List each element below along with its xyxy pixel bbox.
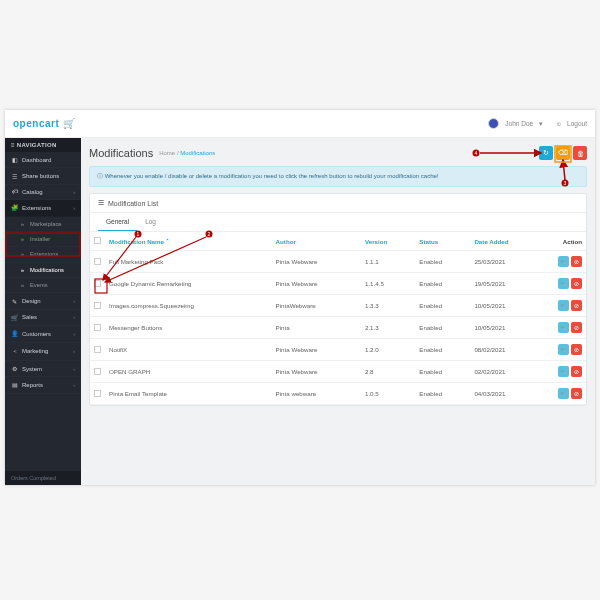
row-checkbox[interactable] [94, 280, 101, 287]
cell-status: Enabled [415, 295, 470, 317]
sidebar-item-extensions[interactable]: »Extensions [5, 247, 81, 262]
disable-button[interactable]: ⊘ [571, 366, 582, 377]
chevron-right-icon: › [73, 382, 75, 388]
nav-label: Modifications [30, 267, 64, 273]
col-version[interactable]: Version [361, 232, 415, 251]
row-checkbox[interactable] [94, 368, 101, 375]
cell-name: Pinta Email Template [105, 383, 272, 405]
sidebar-item-marketplace[interactable]: »Marketplace [5, 217, 81, 232]
cell-author: Pinta [272, 317, 361, 339]
sidebar-item-events[interactable]: »Events [5, 278, 81, 293]
chevron-right-icon: › [73, 189, 75, 195]
nav-label: Marketplace [30, 221, 62, 227]
cell-date: 10/05/2021 [470, 295, 546, 317]
cell-author: PintaWebware [272, 295, 361, 317]
nav-label: Customers [22, 331, 51, 337]
edit-button[interactable]: 🔧 [558, 300, 569, 311]
disable-button[interactable]: ⊘ [571, 344, 582, 355]
logout-link[interactable]: Logout [567, 120, 587, 127]
cell-name: Full Marketing Pack [105, 251, 272, 273]
cell-status: Enabled [415, 251, 470, 273]
edit-button[interactable]: 🔧 [558, 256, 569, 267]
nav-label: Events [30, 282, 48, 288]
nav-label: Catalog [22, 189, 43, 195]
nav-icon: ◧ [11, 156, 18, 163]
delete-button[interactable]: 🗑 [573, 146, 587, 160]
logo: opencart 🛒 [13, 118, 75, 129]
col-action: Action [546, 232, 586, 251]
disable-button[interactable]: ⊘ [571, 300, 582, 311]
cell-version: 2.8 [361, 361, 415, 383]
edit-button[interactable]: 🔧 [558, 366, 569, 377]
cell-name: OPEN GRAPH [105, 361, 272, 383]
sidebar-item-reports[interactable]: ▤Reports› [5, 377, 81, 393]
table-row: Google Dynamic RemarketingPinta Webware1… [90, 273, 586, 295]
col-check-all[interactable] [90, 232, 105, 251]
nav-label: Reports [22, 382, 43, 388]
bullet-icon: » [19, 221, 26, 227]
sidebar-item-modifications[interactable]: »Modifications [5, 263, 81, 278]
cell-date: 19/05/2021 [470, 273, 546, 295]
col-name[interactable]: Modification Name ˄ [105, 232, 272, 251]
sidebar-item-customers[interactable]: 👤Customers› [5, 326, 81, 342]
edit-button[interactable]: 🔧 [558, 278, 569, 289]
nav-icon: 🛒 [11, 314, 18, 321]
refresh-button[interactable]: ↻ [539, 146, 553, 160]
cell-author: Pinta Webware [272, 339, 361, 361]
tab-log[interactable]: Log [137, 213, 164, 231]
table-row: Messenger ButtonsPinta2.1.3Enabled10/05/… [90, 317, 586, 339]
disable-button[interactable]: ⊘ [571, 278, 582, 289]
col-status[interactable]: Status [415, 232, 470, 251]
row-checkbox[interactable] [94, 324, 101, 331]
panel-heading: ☰ Modification List [90, 194, 586, 213]
disable-button[interactable]: ⊘ [571, 322, 582, 333]
disable-button[interactable]: ⊘ [571, 256, 582, 267]
chevron-right-icon: › [73, 348, 75, 354]
sidebar-item-sales[interactable]: 🛒Sales› [5, 310, 81, 326]
chevron-right-icon: › [73, 205, 75, 211]
clear-button[interactable]: ⌫ [556, 146, 570, 160]
nav-heading: ≡ NAVIGATION [5, 138, 81, 152]
top-header: opencart 🛒 John Doe ▾ ⎋ Logout [5, 110, 595, 138]
nav-icon: ✎ [11, 298, 18, 305]
sidebar-item-system[interactable]: ⚙System› [5, 361, 81, 377]
edit-button[interactable]: 🔧 [558, 344, 569, 355]
cell-version: 1.0.5 [361, 383, 415, 405]
nav-label: Sales [22, 314, 37, 320]
nav-icon: 🧩 [11, 204, 18, 211]
cell-version: 1.1.4.5 [361, 273, 415, 295]
sidebar-item-catalog[interactable]: 🏷Catalog› [5, 185, 81, 200]
chevron-right-icon: › [73, 331, 75, 337]
nav-label: Extensions [30, 251, 58, 257]
tab-general[interactable]: General [98, 213, 137, 231]
col-date[interactable]: Date Added [470, 232, 546, 251]
sidebar-item-dashboard[interactable]: ◧Dashboard [5, 152, 81, 168]
row-checkbox[interactable] [94, 302, 101, 309]
edit-button[interactable]: 🔧 [558, 322, 569, 333]
cell-status: Enabled [415, 361, 470, 383]
sidebar-item-share-buttons[interactable]: ☰Share buttons [5, 168, 81, 184]
cell-author: Pinta webware [272, 383, 361, 405]
row-checkbox[interactable] [94, 346, 101, 353]
disable-button[interactable]: ⊘ [571, 388, 582, 399]
sidebar-item-design[interactable]: ✎Design› [5, 293, 81, 309]
cell-version: 1.2.0 [361, 339, 415, 361]
table-row: OPEN GRAPHPinta Webware2.8Enabled02/02/2… [90, 361, 586, 383]
avatar[interactable] [488, 118, 499, 129]
sidebar-item-marketing[interactable]: ＜Marketing› [5, 343, 81, 361]
edit-button[interactable]: 🔧 [558, 388, 569, 399]
sidebar-item-extensions[interactable]: 🧩Extensions› [5, 200, 81, 216]
cell-status: Enabled [415, 339, 470, 361]
sidebar-item-installer[interactable]: »Installer [5, 232, 81, 247]
cell-name: Messenger Buttons [105, 317, 272, 339]
row-checkbox[interactable] [94, 390, 101, 397]
nav-label: Design [22, 298, 41, 304]
bullet-icon: » [19, 282, 26, 288]
user-name[interactable]: John Doe [505, 120, 533, 127]
col-author[interactable]: Author [272, 232, 361, 251]
cell-name: NotifiX [105, 339, 272, 361]
table-row: Pinta Email TemplatePinta webware1.0.5En… [90, 383, 586, 405]
cell-version: 1.1.1 [361, 251, 415, 273]
chevron-right-icon: › [73, 366, 75, 372]
row-checkbox[interactable] [94, 258, 101, 265]
